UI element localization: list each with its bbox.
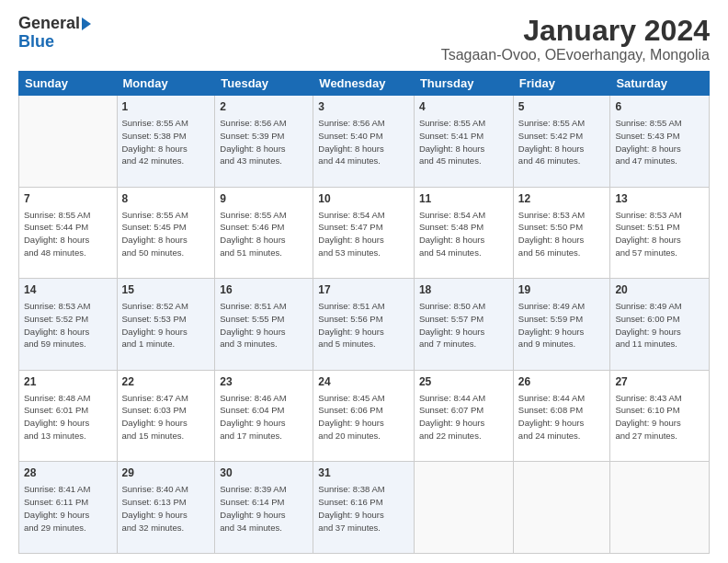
day-number: 5 [518,99,606,115]
calendar-cell: 2Sunrise: 8:56 AM Sunset: 5:39 PM Daylig… [215,96,313,188]
day-info: Sunrise: 8:41 AM Sunset: 6:11 PM Dayligh… [24,483,112,534]
calendar-cell: 1Sunrise: 8:55 AM Sunset: 5:38 PM Daylig… [117,96,215,188]
header-cell-thursday: Thursday [414,72,513,96]
day-number: 6 [615,99,704,115]
day-info: Sunrise: 8:56 AM Sunset: 5:39 PM Dayligh… [220,117,308,167]
calendar-cell [610,462,710,554]
day-number: 25 [419,374,508,390]
calendar-cell: 3Sunrise: 8:56 AM Sunset: 5:40 PM Daylig… [313,96,415,188]
day-info: Sunrise: 8:44 AM Sunset: 6:07 PM Dayligh… [419,392,508,442]
day-number: 7 [24,191,112,207]
calendar-cell: 20Sunrise: 8:49 AM Sunset: 6:00 PM Dayli… [610,279,710,371]
calendar-cell: 15Sunrise: 8:52 AM Sunset: 5:53 PM Dayli… [117,279,215,371]
day-info: Sunrise: 8:52 AM Sunset: 5:53 PM Dayligh… [122,300,210,350]
calendar-cell: 30Sunrise: 8:39 AM Sunset: 6:14 PM Dayli… [215,462,313,554]
logo-blue-text: Blue [18,33,54,52]
calendar-row: 21Sunrise: 8:48 AM Sunset: 6:01 PM Dayli… [19,370,710,462]
calendar-cell: 12Sunrise: 8:53 AM Sunset: 5:50 PM Dayli… [513,187,610,279]
day-info: Sunrise: 8:47 AM Sunset: 6:03 PM Dayligh… [122,392,210,442]
calendar-cell: 25Sunrise: 8:44 AM Sunset: 6:07 PM Dayli… [414,370,513,462]
header-cell-sunday: Sunday [19,72,118,96]
day-number: 18 [419,282,508,298]
logo-arrow-icon [82,17,91,30]
calendar-cell: 23Sunrise: 8:46 AM Sunset: 6:04 PM Dayli… [215,370,313,462]
calendar-cell [414,462,513,554]
day-info: Sunrise: 8:54 AM Sunset: 5:47 PM Dayligh… [318,209,409,259]
day-info: Sunrise: 8:44 AM Sunset: 6:08 PM Dayligh… [518,392,606,442]
day-info: Sunrise: 8:55 AM Sunset: 5:44 PM Dayligh… [24,209,112,259]
day-info: Sunrise: 8:46 AM Sunset: 6:04 PM Dayligh… [220,392,308,442]
day-number: 31 [318,465,409,481]
calendar-cell [513,462,610,554]
calendar-cell: 26Sunrise: 8:44 AM Sunset: 6:08 PM Dayli… [513,370,610,462]
day-info: Sunrise: 8:49 AM Sunset: 5:59 PM Dayligh… [518,300,606,350]
day-info: Sunrise: 8:38 AM Sunset: 6:16 PM Dayligh… [318,483,409,534]
day-info: Sunrise: 8:56 AM Sunset: 5:40 PM Dayligh… [318,117,409,167]
header-cell-monday: Monday [117,72,215,96]
calendar-cell: 8Sunrise: 8:55 AM Sunset: 5:45 PM Daylig… [117,187,215,279]
header-row: SundayMondayTuesdayWednesdayThursdayFrid… [19,72,710,96]
day-info: Sunrise: 8:54 AM Sunset: 5:48 PM Dayligh… [419,209,508,259]
day-number: 1 [122,99,210,115]
calendar-row: 1Sunrise: 8:55 AM Sunset: 5:38 PM Daylig… [19,96,710,188]
calendar-cell: 10Sunrise: 8:54 AM Sunset: 5:47 PM Dayli… [313,187,415,279]
calendar-cell [19,96,118,188]
calendar-body: 1Sunrise: 8:55 AM Sunset: 5:38 PM Daylig… [19,96,710,554]
day-info: Sunrise: 8:48 AM Sunset: 6:01 PM Dayligh… [24,392,112,442]
calendar-row: 14Sunrise: 8:53 AM Sunset: 5:52 PM Dayli… [19,279,710,371]
day-info: Sunrise: 8:39 AM Sunset: 6:14 PM Dayligh… [220,483,308,534]
calendar-header: SundayMondayTuesdayWednesdayThursdayFrid… [19,72,710,96]
day-info: Sunrise: 8:55 AM Sunset: 5:43 PM Dayligh… [615,117,704,167]
calendar-cell: 9Sunrise: 8:55 AM Sunset: 5:46 PM Daylig… [215,187,313,279]
day-number: 9 [220,191,308,207]
day-number: 20 [615,282,704,298]
calendar-cell: 5Sunrise: 8:55 AM Sunset: 5:42 PM Daylig… [513,96,610,188]
day-number: 4 [419,99,508,115]
calendar-cell: 27Sunrise: 8:43 AM Sunset: 6:10 PM Dayli… [610,370,710,462]
calendar-cell: 16Sunrise: 8:51 AM Sunset: 5:55 PM Dayli… [215,279,313,371]
day-number: 11 [419,191,508,207]
day-number: 2 [220,99,308,115]
calendar-cell: 11Sunrise: 8:54 AM Sunset: 5:48 PM Dayli… [414,187,513,279]
day-number: 27 [615,374,704,390]
day-info: Sunrise: 8:55 AM Sunset: 5:41 PM Dayligh… [419,117,508,167]
calendar-row: 28Sunrise: 8:41 AM Sunset: 6:11 PM Dayli… [19,462,710,554]
day-info: Sunrise: 8:55 AM Sunset: 5:42 PM Dayligh… [518,117,606,167]
day-info: Sunrise: 8:50 AM Sunset: 5:57 PM Dayligh… [419,300,508,350]
day-number: 8 [122,191,210,207]
day-info: Sunrise: 8:55 AM Sunset: 5:46 PM Dayligh… [220,209,308,259]
calendar-cell: 19Sunrise: 8:49 AM Sunset: 5:59 PM Dayli… [513,279,610,371]
day-number: 29 [122,465,210,481]
day-info: Sunrise: 8:43 AM Sunset: 6:10 PM Dayligh… [615,392,704,442]
header: General Blue January 2024 Tsagaan-Ovoo, … [18,15,710,63]
day-info: Sunrise: 8:53 AM Sunset: 5:51 PM Dayligh… [615,209,704,259]
calendar-cell: 14Sunrise: 8:53 AM Sunset: 5:52 PM Dayli… [19,279,118,371]
day-number: 22 [122,374,210,390]
header-cell-tuesday: Tuesday [215,72,313,96]
header-cell-wednesday: Wednesday [313,72,415,96]
calendar-cell: 28Sunrise: 8:41 AM Sunset: 6:11 PM Dayli… [19,462,118,554]
day-number: 3 [318,99,409,115]
day-info: Sunrise: 8:51 AM Sunset: 5:55 PM Dayligh… [220,300,308,350]
day-info: Sunrise: 8:55 AM Sunset: 5:45 PM Dayligh… [122,209,210,259]
logo-general-text: General [18,15,80,33]
calendar-cell: 24Sunrise: 8:45 AM Sunset: 6:06 PM Dayli… [313,370,415,462]
day-number: 17 [318,282,409,298]
calendar-cell: 18Sunrise: 8:50 AM Sunset: 5:57 PM Dayli… [414,279,513,371]
day-number: 21 [24,374,112,390]
calendar-table: SundayMondayTuesdayWednesdayThursdayFrid… [18,71,710,554]
calendar-cell: 21Sunrise: 8:48 AM Sunset: 6:01 PM Dayli… [19,370,118,462]
logo: General Blue [18,15,91,52]
day-number: 16 [220,282,308,298]
day-number: 19 [518,282,606,298]
day-number: 26 [518,374,606,390]
day-info: Sunrise: 8:40 AM Sunset: 6:13 PM Dayligh… [122,483,210,534]
header-cell-friday: Friday [513,72,610,96]
day-info: Sunrise: 8:55 AM Sunset: 5:38 PM Dayligh… [122,117,210,167]
day-number: 28 [24,465,112,481]
calendar-title: January 2024 [441,15,710,47]
day-number: 13 [615,191,704,207]
calendar-cell: 17Sunrise: 8:51 AM Sunset: 5:56 PM Dayli… [313,279,415,371]
calendar-cell: 6Sunrise: 8:55 AM Sunset: 5:43 PM Daylig… [610,96,710,188]
calendar-cell: 13Sunrise: 8:53 AM Sunset: 5:51 PM Dayli… [610,187,710,279]
